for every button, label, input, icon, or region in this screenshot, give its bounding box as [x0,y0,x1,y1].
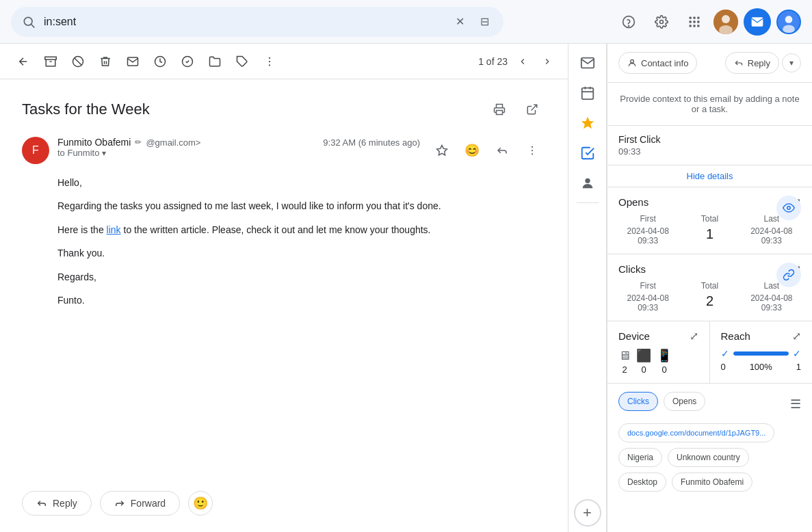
sender-to-row: to Funmito ▾ [57,148,420,158]
opens-tag-pill[interactable]: Opens [664,392,705,411]
contact-info-button[interactable]: Contact info [618,52,697,74]
settings-button[interactable] [648,8,675,36]
svg-rect-10 [697,21,699,23]
svg-point-41 [585,178,590,183]
sidebar-mail-button[interactable] [574,49,601,77]
next-email-button[interactable] [538,52,557,71]
opens-first-col: First 2024-04-08 09:33 [618,214,677,245]
clock-icon [154,55,166,68]
report-spam-button[interactable] [66,49,90,74]
filter-icon[interactable]: ☰ [790,397,801,412]
sender-time: 9:32 AM (6 minutes ago) [323,137,420,148]
body-hello: Hello, [57,175,546,190]
sidebar-keep-button[interactable] [574,109,601,137]
clicks-section: Clicks ⤢ First 2024-04-08 09:33 Total 2 … [607,254,812,321]
opens-section: Opens ⤢ First 2024-04-08 09:33 Total 1 L… [607,187,812,254]
body-thanks: Thank you. [57,245,546,261]
svg-rect-30 [497,111,503,115]
reply-button[interactable]: Reply [22,491,92,516]
user-avatar[interactable] [713,10,738,34]
dots-vertical-icon [526,144,538,157]
apps-button[interactable] [681,8,708,36]
account-icon [778,10,800,34]
clicks-first-col: First 2024-04-08 09:33 [618,281,677,312]
snooze-button[interactable] [148,49,172,74]
clicks-total-label: Total [680,281,739,291]
reach-values: 0 100% 1 [721,362,802,372]
reach-count: 1 [796,362,801,372]
folder-icon [209,55,221,68]
panel-chevron-button[interactable]: ▾ [782,53,801,72]
external-link-icon [526,103,538,116]
mark-read-button[interactable] [120,49,145,74]
clicks-first-label: First [618,281,677,291]
svg-line-23 [75,57,82,65]
reply-email-button[interactable] [488,137,516,164]
email-link[interactable]: link [107,224,121,235]
emoji-button[interactable]: 🙂 [188,491,213,516]
opens-first-date: 2024-04-08 [618,226,677,236]
email-area: 1 of 23 Tasks for the Week [0,44,568,532]
sidebar-divider [577,202,599,203]
svg-point-42 [631,59,634,63]
device-label: Device [618,330,650,342]
label-button[interactable] [230,49,254,74]
print-button[interactable] [486,96,513,123]
open-external-button[interactable] [519,96,546,123]
sidebar-mail-icon [580,55,595,70]
svg-point-4 [660,20,664,23]
sender-name-row: Funmito Obafemi ✏ @gmail.com> 9:32 AM (6… [57,137,420,148]
svg-point-28 [269,60,270,62]
forward-button[interactable]: Forward [100,491,180,516]
sender-info: Funmito Obafemi ✏ @gmail.com> 9:32 AM (6… [57,137,420,158]
hide-details-button[interactable]: Hide details [607,165,812,187]
move-to-button[interactable] [202,49,227,74]
sidebar-contacts-button[interactable] [574,170,601,197]
search-icon [22,15,36,29]
reply-panel-button[interactable]: Reply [725,52,779,74]
prev-email-button[interactable] [513,52,532,71]
more-actions-button[interactable] [257,49,282,74]
email-content: Tasks for the Week F Funmito Obafemi ✏ [0,79,568,480]
gmail-icon-active[interactable] [744,8,771,36]
topbar: ✕ ⊟ [0,0,812,44]
help-icon [622,15,636,29]
device-icons-row: 🖥 2 ⬛ 0 📱 0 [618,348,698,375]
url-pill[interactable]: docs.google.com/document/d/1pJAGT9... [618,423,774,442]
help-button[interactable] [615,8,642,36]
device-expand-icon[interactable]: ⤢ [690,330,698,343]
clear-search-button[interactable]: ✕ [451,14,468,30]
primary-tag-pills: Clicks Opens [618,392,705,411]
reach-expand-icon[interactable]: ⤢ [792,330,801,343]
search-input[interactable] [44,16,443,28]
unknown-country-pill[interactable]: Unknown country [668,448,749,467]
back-button[interactable] [11,49,36,74]
svg-rect-6 [693,16,695,18]
account-avatar[interactable] [776,10,801,34]
reach-bar [733,351,789,356]
user-name-pill[interactable]: Funmito Obafemi [672,473,752,492]
svg-rect-5 [690,16,692,18]
sidebar-tasks-button[interactable] [574,139,601,167]
emoji-reaction-button[interactable]: 😊 [458,137,486,164]
reply-panel-icon [734,58,744,68]
add-tasks-button[interactable] [175,49,200,74]
svg-rect-7 [697,16,699,18]
search-filters-button[interactable]: ⊟ [476,14,493,30]
trash-icon [99,55,112,68]
sidebar-add-button[interactable]: + [574,499,601,527]
svg-line-1 [31,24,35,27]
clicks-tag-pill[interactable]: Clicks [618,392,658,411]
clicks-first-date: 2024-04-08 [618,293,677,303]
desktop-pill[interactable]: Desktop [618,473,666,492]
forward-btn-label: Forward [131,498,166,509]
svg-point-35 [532,153,533,155]
archive-button[interactable] [38,49,63,74]
sidebar-calendar-button[interactable] [574,79,601,107]
svg-point-34 [532,150,533,151]
more-message-button[interactable] [519,137,546,164]
star-button[interactable] [428,137,456,164]
nigeria-pill[interactable]: Nigeria [618,448,662,467]
delete-button[interactable] [93,49,118,74]
clicks-grid: First 2024-04-08 09:33 Total 2 Last 2024… [618,281,801,312]
